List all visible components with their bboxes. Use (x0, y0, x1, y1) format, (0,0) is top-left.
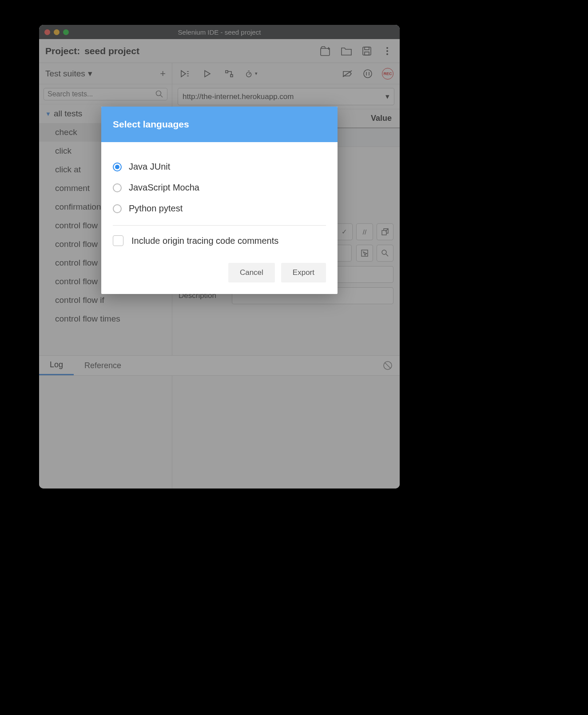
checkbox-icon (113, 235, 123, 246)
language-option[interactable]: JavaScript Mocha (113, 177, 326, 198)
cancel-button[interactable]: Cancel (228, 263, 275, 282)
language-option[interactable]: Python pytest (113, 198, 326, 219)
export-button[interactable]: Export (281, 263, 326, 282)
modal-title: Select languages (101, 107, 338, 142)
language-option[interactable]: Java JUnit (113, 156, 326, 177)
radio-icon (113, 183, 122, 192)
modal-overlay[interactable]: Select languages Java JUnit JavaScript M… (39, 25, 400, 489)
checkbox-label: Include origin tracing code comments (131, 236, 278, 246)
option-label: Python pytest (129, 203, 183, 214)
divider (113, 225, 326, 226)
tracing-checkbox-row[interactable]: Include origin tracing code comments (113, 232, 326, 250)
radio-icon (113, 163, 122, 171)
option-label: Java JUnit (129, 162, 170, 172)
export-modal: Select languages Java JUnit JavaScript M… (101, 107, 338, 294)
radio-icon (113, 204, 122, 213)
app-window: Selenium IDE - seed project Project: see… (39, 25, 400, 489)
option-label: JavaScript Mocha (129, 183, 199, 193)
